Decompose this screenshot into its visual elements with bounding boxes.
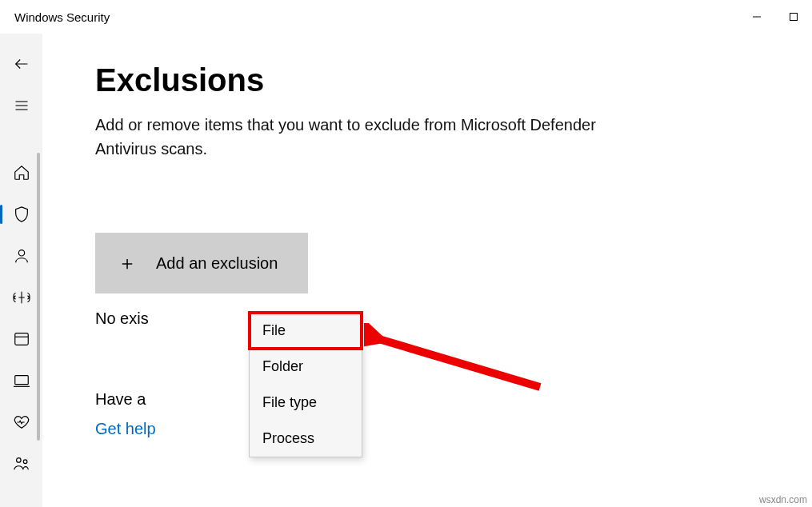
minimize-button[interactable]	[738, 0, 775, 34]
family-icon	[13, 455, 30, 473]
device-icon	[13, 372, 30, 389]
app-browser-icon	[13, 330, 30, 348]
home-icon	[13, 164, 30, 182]
back-arrow-icon	[13, 55, 30, 73]
svg-point-11	[23, 460, 27, 464]
sidebar-item-family[interactable]	[0, 443, 42, 485]
add-exclusion-label: Add an exclusion	[156, 254, 278, 273]
window-title: Windows Security	[14, 10, 110, 24]
dropdown-item-process[interactable]: Process	[250, 421, 362, 457]
svg-rect-1	[790, 14, 798, 21]
maximize-icon	[789, 12, 798, 22]
heart-health-icon	[13, 413, 30, 431]
maximize-button[interactable]	[775, 0, 812, 34]
get-help-link[interactable]: Get help	[95, 420, 764, 438]
add-exclusion-button[interactable]: ＋ Add an exclusion	[95, 233, 308, 293]
dropdown-item-filetype[interactable]: File type	[250, 385, 362, 421]
dropdown-item-folder[interactable]: Folder	[250, 349, 362, 385]
question-heading: Have a	[95, 390, 764, 409]
menu-button[interactable]	[0, 85, 42, 126]
annotation-arrow	[364, 323, 548, 395]
svg-point-10	[16, 458, 20, 463]
account-icon	[13, 247, 30, 265]
plus-icon: ＋	[118, 250, 137, 276]
window-controls	[738, 0, 812, 34]
dropdown-item-file[interactable]: File	[250, 313, 362, 349]
exclusion-type-dropdown: File Folder File type Process	[249, 312, 362, 457]
watermark: wsxdn.com	[759, 494, 807, 505]
shield-icon	[13, 206, 30, 223]
no-existing-text: No exis	[95, 309, 764, 328]
sidebar	[0, 34, 42, 507]
svg-rect-6	[14, 333, 28, 345]
page-description: Add or remove items that you want to exc…	[95, 113, 655, 161]
svg-line-12	[374, 337, 540, 387]
minimize-icon	[752, 12, 762, 22]
titlebar: Windows Security	[0, 0, 812, 34]
sidebar-scrollbar[interactable]	[37, 153, 40, 441]
back-button[interactable]	[0, 43, 42, 85]
svg-rect-8	[14, 376, 28, 385]
hamburger-icon	[14, 98, 30, 114]
page-title: Exclusions	[95, 62, 764, 98]
firewall-icon	[12, 289, 31, 306]
content-area: Exclusions Add or remove items that you …	[42, 34, 812, 507]
svg-point-5	[18, 250, 24, 256]
